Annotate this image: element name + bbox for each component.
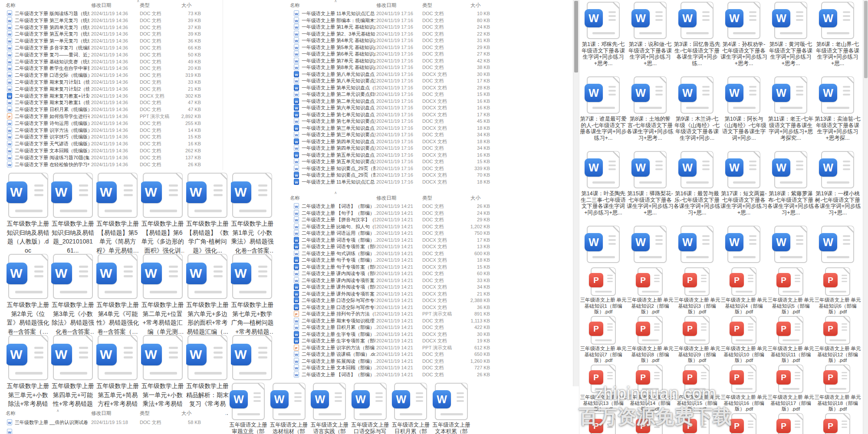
- file-row[interactable]: W 二年级语文上册 生字专项答案（部编... 2024/11/19 14:21 …: [224, 338, 579, 345]
- file-row[interactable]: W 二年级语文上册 词语专项（部编）.do... 2024/11/19 14:2…: [224, 237, 579, 244]
- file-row[interactable]: W 二年级语文上册 课外阅读专项（部编... 2024/11/19 14:21 …: [224, 284, 579, 291]
- file-row[interactable]: W 二年级语文上册 说课稿（部编）.doc 2024/11/19 14:21 D…: [224, 351, 579, 358]
- pdf-file-card[interactable]: P 三年级语文上册 单元基础知识3（部编版）.pdf: [674, 267, 720, 316]
- file-row[interactable]: W 二年级语文下册 期末复习教案+计划2（... 2024/11/19 14:3…: [0, 93, 223, 100]
- file-row[interactable]: W 二年级语文下册 口语交际（统编版）.doc 2024/11/19 14:36…: [0, 72, 223, 79]
- file-row[interactable]: W 一年级语文上册 第单元知识盘点（部编... 2024/11/19 17:16…: [224, 85, 579, 92]
- file-row[interactable]: W 二年级语文下册 多音字复习（统编版）.... 2024/11/19 14:3…: [0, 45, 223, 52]
- file-row[interactable]: W 二年级语文上册 拓展阅读（部编）.doc 2024/11/19 14:21 …: [224, 358, 579, 365]
- file-row[interactable]: W 二年级语文上册 【词语】（部编）.doc 2024/11/19 14:21 …: [224, 372, 579, 378]
- file-row[interactable]: W 二年级语文下册 诗句运用（统编版）.doc 2024/11/19 14:36…: [0, 120, 223, 127]
- word-file-card[interactable]: W: [814, 226, 861, 266]
- word-file-card[interactable]: W 五年级数学上册 第4单元《可能性》易错题强化卷--含答案（人教...: [96, 254, 139, 335]
- file-row[interactable]: W 二年级语文下册 第四单元复习（统编版... 2024/11/19 14:36…: [0, 24, 223, 31]
- word-file-card[interactable]: W 五年级语文上册 日积月累（部编...: [391, 383, 430, 434]
- column-header-date[interactable]: 修改日期: [376, 2, 396, 9]
- word-file-card[interactable]: W 五年级数学上册 知识归纳及易错题_20210108161...: [51, 173, 94, 254]
- word-file-card[interactable]: W 五年级数学上册 第四单元+可能性+常考易错题汇编（单元测试...: [51, 335, 94, 416]
- word-file-card[interactable]: W 五年级语文上册 语言实践（部编...: [310, 383, 349, 434]
- file-row[interactable]: W 二年级语文上册 句式训练（部编）.doc 2024/11/19 14:21 …: [224, 250, 579, 257]
- file-row[interactable]: W 三年级数学上册 __倍的认识测试卷（... 2024/11/19 15:18…: [0, 419, 226, 429]
- file-row[interactable]: W 二年级语文上册 日积月累（部编）.doc 2024/11/19 14:21 …: [224, 324, 579, 331]
- column-header-size[interactable]: 大小: [458, 2, 480, 9]
- file-row[interactable]: W 一年级语文上册 第1单元 基础知识必记... 2024/11/19 17:1…: [224, 24, 579, 31]
- pdf-file-card[interactable]: P 三年级语文上册 单元基础知识17（部编版）.pdf: [767, 365, 814, 413]
- pdf-file-card[interactable]: P 三年级语文上册 单元基础知识6（部编版）.pdf: [814, 267, 861, 316]
- column-header-date[interactable]: 修改日期: [376, 195, 396, 201]
- file-row[interactable]: W 一年级语文上册 第2、3单元基础知识... 2024/11/19 17:16…: [224, 31, 579, 38]
- word-file-card[interactable]: W: [720, 226, 767, 266]
- file-row[interactable]: W 二年级语文下册 基础知识竞赛（统编版... 2024/11/19 14:36…: [0, 59, 223, 66]
- file-row[interactable]: W 一年级语文上册 第二单元识要点归纳（... 2024/11/19 17:16…: [224, 91, 579, 98]
- file-row[interactable]: W 二年级语文上册 比喻句、拟人句（部... 2024/11/19 14:21 …: [224, 224, 579, 230]
- file-row[interactable]: W 二年级语文下册 阅读练习题70题(集锦)... 2024/11/19 14:…: [0, 155, 223, 161]
- file-row[interactable]: W 一年级语文上册 第五单元知识盘点（部... 2024/11/19 17:16…: [224, 152, 579, 159]
- file-row[interactable]: W 一年级语文上册 第4单元 基础知识必记... 2024/11/19 17:1…: [224, 37, 579, 44]
- pdf-file-card[interactable]: P: [580, 413, 627, 434]
- pdf-file-card[interactable]: P: [767, 413, 814, 434]
- word-file-card[interactable]: W 五年级语文上册 口语交际与写作...: [351, 383, 389, 434]
- word-file-card[interactable]: W 第19课：一棵小桃树-七年级语文下册各课生字词+同步练习+思...: [814, 151, 861, 226]
- column-header-size[interactable]: 大小: [458, 195, 480, 201]
- pdf-file-card[interactable]: P 三年级语文上册 单元基础知识10（部编版）.pdf: [720, 316, 767, 365]
- word-file-card[interactable]: W 第10课：阿长与《山海经》-七年级语文下册各课生字词+同步...: [720, 76, 767, 151]
- pdf-file-card[interactable]: P 三年级语文上册 单元基础知识16（部编版）.pdf: [720, 365, 767, 413]
- pdf-file-card[interactable]: P 三年级语文上册 单元基础知识14（部编版）.pdf: [627, 365, 674, 413]
- file-row[interactable]: W 一年级语文上册 11单元知识点汇总（... 2024/11/19 17:16…: [224, 10, 579, 17]
- column-header-size[interactable]: 大小: [167, 410, 191, 417]
- pdf-file-card[interactable]: P: [814, 413, 861, 434]
- column-header-name[interactable]: 名称: [6, 410, 16, 417]
- word-file-card[interactable]: W 五年级数学上册 第1单元《小数乘法》易错题强化卷--含答案（人...: [231, 173, 274, 254]
- pdf-file-card[interactable]: P 三年级语文上册 单元基础知识2（部编版）.pdf: [627, 267, 674, 316]
- pdf-file-card[interactable]: P: [674, 413, 720, 434]
- column-header-name[interactable]: 名称: [290, 195, 300, 201]
- file-row[interactable]: W 二年级语文下册 版阅读练习题（统编版... 2024/11/19 14:36…: [0, 10, 223, 17]
- file-row[interactable]: P 二年级语文上册 识字的方法（部编）.... 2024/11/19 14:21…: [224, 345, 579, 352]
- file-row[interactable]: W 二年级语文上册 词语专项答案（部编... 2024/11/19 14:21 …: [224, 243, 579, 250]
- file-row[interactable]: W 二年级语文上册 【句子】（部编）.doc 2024/11/19 14:21 …: [224, 210, 579, 217]
- file-row[interactable]: W 二年级语文上册 期末专项知识梳理（... 2024/11/19 14:21 …: [224, 318, 579, 325]
- word-file-card[interactable]: W 五年级数学上册 第二单元+位置+常考易错题汇编（单元测试）...: [141, 254, 184, 335]
- word-file-card[interactable]: W 第9课：木兰诗-七年级《山海经》-七年级语文下册各课生字词+同步...: [674, 76, 720, 151]
- file-row[interactable]: W 一年级语文上册 知识要点_29页（部编... 2024/11/19 17:1…: [224, 172, 579, 179]
- pdf-file-card[interactable]: P 三年级语文上册 单元基础知识11（部编版）.pdf: [767, 316, 814, 365]
- file-row[interactable]: W 二年级语文下册 期末复习计划2（统编... 2024/11/19 14:36…: [0, 86, 223, 93]
- pdf-file-card[interactable]: P: [627, 413, 674, 434]
- file-row[interactable]: W 二年级语文下册 文本回顾（统编版）.doc 2024/11/19 14:36…: [0, 148, 223, 155]
- pdf-file-card[interactable]: P 三年级语文上册 单元基础知识12（部编版）.pdf: [814, 316, 861, 365]
- file-row[interactable]: W 一年级语文上册 第四单元知识要点归纳... 2024/11/19 17:16…: [224, 145, 579, 152]
- file-row[interactable]: W: [0, 429, 226, 434]
- file-row[interactable]: W 一年级语文上册 第7单元 基础知识必记... 2024/11/19 17:1…: [224, 58, 579, 65]
- word-file-card[interactable]: W 第14课：叶圣陶先生二三事-七年级语文下册各课生字词+同步练习+思...: [580, 151, 627, 226]
- file-row[interactable]: P 二年级语文下册 如何指导学生进行有效... 2024/11/19 14:36…: [0, 113, 223, 120]
- file-row[interactable]: W 二年级语文上册 课内阅读专项（部编... 2024/11/19 14:21 …: [224, 270, 579, 277]
- word-file-card[interactable]: W 第8课：土地的誓言-七年级语文下册各课生字词+同步练习+思考...: [627, 76, 674, 151]
- file-row[interactable]: W 二年级语文下册 识字方法（统编版）.doc 2024/11/19 14:36…: [0, 127, 223, 134]
- column-header-size[interactable]: 大小: [167, 2, 191, 9]
- file-row[interactable]: W 二年级语文上册 【拼音与汉字】（部... 2024/11/19 14:21 …: [224, 217, 579, 224]
- column-header-type[interactable]: 类型: [422, 195, 432, 201]
- word-file-card[interactable]: W 五年级数学上册 知识归纳及易错题（人教版）.doc: [7, 173, 49, 254]
- word-file-card[interactable]: W 五年级数学上册 第3单元《小数除法》易错题强化卷--含答案（人...: [51, 254, 94, 335]
- pdf-file-card[interactable]: P 三年级语文上册 单元基础知识8（部编版）.pdf: [627, 316, 674, 365]
- file-row[interactable]: W 一年级语文上册 第5单元 基础知识必记... 2024/11/19 17:1…: [224, 44, 579, 51]
- pdf-file-card[interactable]: P 三年级语文上册 单元基础知识15（部编版）.pdf: [674, 365, 720, 413]
- word-file-card[interactable]: W 第13课：卖油翁-七年级语文下册各课生字词+同步练习+思考探...: [814, 76, 861, 151]
- file-row[interactable]: W 二年级语文上册 生字专项（部编）.do... 2024/11/19 14:2…: [224, 331, 579, 338]
- file-row[interactable]: W 一年级语文上册 第三单元知识要点归纳... 2024/11/19 17:16…: [224, 132, 579, 138]
- file-row[interactable]: W 一年级语文上册 第8单元 基础知识必记... 2024/11/19 17:1…: [224, 64, 579, 71]
- pdf-file-card[interactable]: P: [720, 413, 767, 434]
- pdf-file-card[interactable]: P 三年级语文上册 单元基础知识13（部编版）.pdf: [580, 365, 627, 413]
- file-row[interactable]: W 二年级语文上册 课内阅读专项答案（... 2024/11/19 14:21 …: [224, 277, 579, 284]
- scrollbar-middle-pane[interactable]: [573, 0, 579, 386]
- word-file-card[interactable]: W 第15课：驿路梨花-七年级语文下册各课生字词+同步练习+思...: [627, 151, 674, 226]
- file-row[interactable]: W 一年级语文上册 第七单元知识要点归纳... 2024/11/19 17:16…: [224, 118, 579, 125]
- word-file-card[interactable]: W 第4课：孙权劝学-七年级语文下册各课生字词+同步练习+思考...: [720, 2, 767, 76]
- file-row[interactable]: W 一年级语文上册 第五单元知识要点归纳... 2024/11/19 17:16…: [224, 158, 579, 165]
- file-row[interactable]: W 一年级语文上册 第八单元知识盘点（部... 2024/11/19 17:16…: [224, 71, 579, 78]
- word-file-card[interactable]: W 五年级数学上册 第五单元+简易方程+常考易错题汇编（单元...: [96, 335, 139, 416]
- file-row[interactable]: W 一年级语文上册 第八单元知识要点汇总... 2024/11/19 17:16…: [224, 78, 579, 85]
- word-file-card[interactable]: W 第5课：黄河颂-七年级语文下册各课生字词+同步练习+思考...: [767, 2, 814, 76]
- pdf-file-card[interactable]: P 三年级语文上册 单元基础知识9（部编版）.pdf: [674, 316, 720, 365]
- file-row[interactable]: W 二年级语文上册 课外阅读专项答案（... 2024/11/19 14:21 …: [224, 291, 579, 298]
